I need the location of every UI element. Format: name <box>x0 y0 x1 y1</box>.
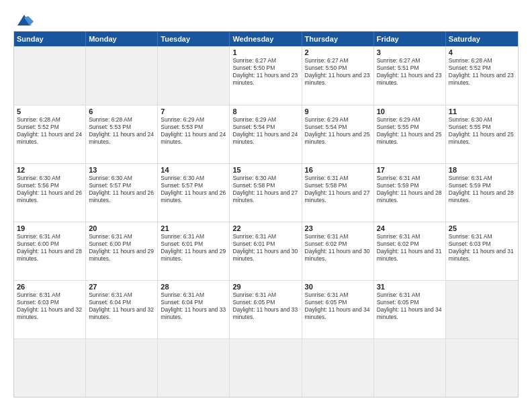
calendar-cell: 4Sunrise: 6:28 AM Sunset: 5:52 PM Daylig… <box>446 46 518 105</box>
cell-text: Sunrise: 6:31 AM Sunset: 6:01 PM Dayligh… <box>232 233 298 263</box>
cell-text: Sunrise: 6:29 AM Sunset: 5:53 PM Dayligh… <box>161 116 226 146</box>
day-number: 25 <box>449 224 515 232</box>
header-cell-sunday: Sunday <box>14 32 86 46</box>
calendar-cell: 11Sunrise: 6:30 AM Sunset: 5:55 PM Dayli… <box>446 105 518 163</box>
cell-text: Sunrise: 6:31 AM Sunset: 6:03 PM Dayligh… <box>449 233 515 263</box>
cell-text: Sunrise: 6:30 AM Sunset: 5:57 PM Dayligh… <box>161 175 226 204</box>
calendar-row: 26Sunrise: 6:31 AM Sunset: 6:03 PM Dayli… <box>14 280 518 338</box>
day-number: 27 <box>89 283 154 291</box>
day-number: 1 <box>232 48 298 56</box>
day-number: 24 <box>377 224 443 232</box>
cell-text: Sunrise: 6:31 AM Sunset: 5:58 PM Dayligh… <box>305 175 371 204</box>
calendar-cell <box>446 339 518 397</box>
calendar-cell: 5Sunrise: 6:28 AM Sunset: 5:52 PM Daylig… <box>14 105 86 163</box>
cell-text: Sunrise: 6:27 AM Sunset: 5:50 PM Dayligh… <box>232 57 298 87</box>
calendar-cell: 17Sunrise: 6:31 AM Sunset: 5:59 PM Dayli… <box>374 164 446 222</box>
day-number: 15 <box>232 166 298 174</box>
calendar-cell: 10Sunrise: 6:29 AM Sunset: 5:55 PM Dayli… <box>374 105 446 163</box>
cell-text: Sunrise: 6:31 AM Sunset: 6:00 PM Dayligh… <box>89 233 154 263</box>
calendar-row: 12Sunrise: 6:30 AM Sunset: 5:56 PM Dayli… <box>14 163 518 222</box>
day-number: 13 <box>89 166 154 174</box>
calendar-cell: 2Sunrise: 6:27 AM Sunset: 5:50 PM Daylig… <box>302 46 374 105</box>
calendar-cell: 7Sunrise: 6:29 AM Sunset: 5:53 PM Daylig… <box>158 105 230 163</box>
header-cell-tuesday: Tuesday <box>158 32 230 46</box>
calendar-cell <box>86 46 158 105</box>
day-number: 3 <box>377 48 443 56</box>
calendar-cell <box>158 46 230 105</box>
calendar-row: 5Sunrise: 6:28 AM Sunset: 5:52 PM Daylig… <box>14 105 518 163</box>
calendar-cell: 23Sunrise: 6:31 AM Sunset: 6:02 PM Dayli… <box>302 222 374 280</box>
header-cell-monday: Monday <box>86 32 158 46</box>
cell-text: Sunrise: 6:31 AM Sunset: 6:05 PM Dayligh… <box>232 291 298 321</box>
calendar-cell <box>374 339 446 397</box>
calendar-cell: 29Sunrise: 6:31 AM Sunset: 6:05 PM Dayli… <box>230 281 302 338</box>
calendar-cell: 28Sunrise: 6:31 AM Sunset: 6:04 PM Dayli… <box>158 281 230 338</box>
cell-text: Sunrise: 6:29 AM Sunset: 5:55 PM Dayligh… <box>377 116 443 146</box>
cell-text: Sunrise: 6:31 AM Sunset: 5:59 PM Dayligh… <box>377 175 443 204</box>
logo <box>13 13 34 24</box>
calendar-cell: 25Sunrise: 6:31 AM Sunset: 6:03 PM Dayli… <box>446 222 518 280</box>
calendar-cell: 13Sunrise: 6:30 AM Sunset: 5:57 PM Dayli… <box>86 164 158 222</box>
day-number: 23 <box>305 224 371 232</box>
day-number: 8 <box>232 107 298 116</box>
logo-icon <box>15 13 34 27</box>
day-number: 17 <box>377 166 443 174</box>
header-cell-thursday: Thursday <box>302 32 374 46</box>
calendar-row: 19Sunrise: 6:31 AM Sunset: 6:00 PM Dayli… <box>14 222 518 280</box>
cell-text: Sunrise: 6:31 AM Sunset: 6:00 PM Dayligh… <box>17 233 83 263</box>
calendar-cell: 16Sunrise: 6:31 AM Sunset: 5:58 PM Dayli… <box>302 164 374 222</box>
day-number: 5 <box>17 107 83 116</box>
calendar-cell <box>14 339 86 397</box>
calendar-cell: 22Sunrise: 6:31 AM Sunset: 6:01 PM Dayli… <box>230 222 302 280</box>
calendar-cell: 21Sunrise: 6:31 AM Sunset: 6:01 PM Dayli… <box>158 222 230 280</box>
cell-text: Sunrise: 6:30 AM Sunset: 5:55 PM Dayligh… <box>449 116 515 146</box>
cell-text: Sunrise: 6:30 AM Sunset: 5:56 PM Dayligh… <box>17 175 83 204</box>
day-number: 4 <box>449 48 515 56</box>
calendar-cell: 15Sunrise: 6:30 AM Sunset: 5:58 PM Dayli… <box>230 164 302 222</box>
header-cell-wednesday: Wednesday <box>230 32 302 46</box>
day-number: 29 <box>232 283 298 291</box>
cell-text: Sunrise: 6:28 AM Sunset: 5:52 PM Dayligh… <box>17 116 83 146</box>
calendar-cell: 8Sunrise: 6:29 AM Sunset: 5:54 PM Daylig… <box>230 105 302 163</box>
calendar-cell: 14Sunrise: 6:30 AM Sunset: 5:57 PM Dayli… <box>158 164 230 222</box>
cell-text: Sunrise: 6:31 AM Sunset: 6:02 PM Dayligh… <box>377 233 443 263</box>
day-number: 7 <box>161 107 226 116</box>
cell-text: Sunrise: 6:29 AM Sunset: 5:54 PM Dayligh… <box>232 116 298 146</box>
calendar-cell: 31Sunrise: 6:31 AM Sunset: 6:05 PM Dayli… <box>374 281 446 338</box>
calendar-cell: 24Sunrise: 6:31 AM Sunset: 6:02 PM Dayli… <box>374 222 446 280</box>
calendar-cell: 18Sunrise: 6:31 AM Sunset: 5:59 PM Dayli… <box>446 164 518 222</box>
calendar-cell <box>158 339 230 397</box>
calendar-row <box>14 338 518 397</box>
calendar-cell: 3Sunrise: 6:27 AM Sunset: 5:51 PM Daylig… <box>374 46 446 105</box>
day-number: 31 <box>377 283 443 291</box>
day-number: 26 <box>17 283 83 291</box>
header-cell-friday: Friday <box>374 32 446 46</box>
cell-text: Sunrise: 6:30 AM Sunset: 5:57 PM Dayligh… <box>89 175 154 204</box>
cell-text: Sunrise: 6:31 AM Sunset: 6:05 PM Dayligh… <box>305 291 371 321</box>
day-number: 11 <box>449 107 515 116</box>
day-number: 20 <box>89 224 154 232</box>
cell-text: Sunrise: 6:31 AM Sunset: 5:59 PM Dayligh… <box>449 175 515 204</box>
calendar-cell: 12Sunrise: 6:30 AM Sunset: 5:56 PM Dayli… <box>14 164 86 222</box>
page: SundayMondayTuesdayWednesdayThursdayFrid… <box>0 0 532 411</box>
cell-text: Sunrise: 6:31 AM Sunset: 6:04 PM Dayligh… <box>89 291 154 321</box>
day-number: 18 <box>449 166 515 174</box>
cell-text: Sunrise: 6:29 AM Sunset: 5:54 PM Dayligh… <box>305 116 371 146</box>
calendar-cell: 19Sunrise: 6:31 AM Sunset: 6:00 PM Dayli… <box>14 222 86 280</box>
calendar-body: 1Sunrise: 6:27 AM Sunset: 5:50 PM Daylig… <box>14 46 518 397</box>
day-number: 16 <box>305 166 371 174</box>
calendar-cell: 9Sunrise: 6:29 AM Sunset: 5:54 PM Daylig… <box>302 105 374 163</box>
calendar-cell: 20Sunrise: 6:31 AM Sunset: 6:00 PM Dayli… <box>86 222 158 280</box>
cell-text: Sunrise: 6:28 AM Sunset: 5:52 PM Dayligh… <box>449 57 515 87</box>
day-number: 14 <box>161 166 226 174</box>
calendar-cell <box>302 339 374 397</box>
calendar-cell <box>14 46 86 105</box>
day-number: 12 <box>17 166 83 174</box>
calendar-cell <box>86 339 158 397</box>
cell-text: Sunrise: 6:31 AM Sunset: 6:05 PM Dayligh… <box>377 291 443 321</box>
calendar-cell: 26Sunrise: 6:31 AM Sunset: 6:03 PM Dayli… <box>14 281 86 338</box>
calendar-cell <box>230 339 302 397</box>
calendar-cell: 27Sunrise: 6:31 AM Sunset: 6:04 PM Dayli… <box>86 281 158 338</box>
day-number: 6 <box>89 107 154 116</box>
cell-text: Sunrise: 6:31 AM Sunset: 6:02 PM Dayligh… <box>305 233 371 263</box>
